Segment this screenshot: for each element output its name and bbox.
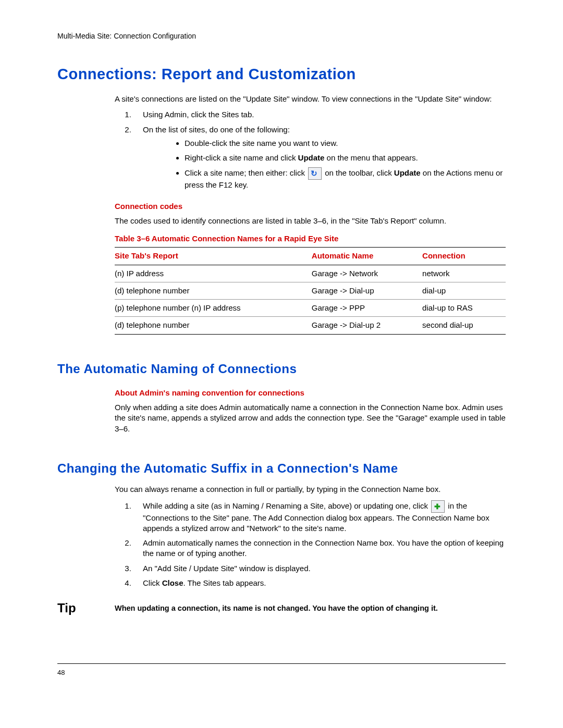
col-site-tab-report: Site Tab's Report: [115, 248, 312, 265]
running-header: Multi-Media Site: Connection Configurati…: [57, 31, 506, 41]
table-row: (d) telephone number Garage -> Dial-up 2…: [115, 317, 506, 334]
refresh-icon: [308, 167, 322, 180]
change-step-2: Admin automatically names the connection…: [133, 538, 506, 559]
codes-paragraph: The codes used to identify connections a…: [115, 216, 506, 226]
intro-paragraph: A site's connections are listed on the "…: [115, 94, 506, 104]
bullet-click-toolbar: Click a site name; then either: click on…: [185, 167, 506, 190]
heading-changing-suffix: Changing the Automatic Suffix in a Conne…: [57, 460, 506, 477]
page-number: 48: [57, 669, 65, 676]
change-step-1: While adding a site (as in Naming / Rena…: [133, 500, 506, 534]
table-row: (p) telephone number (n) IP address Gara…: [115, 300, 506, 317]
change-step-4: Click Close. The Sites tab appears.: [133, 578, 506, 588]
connection-names-table: Table 3–6 Automatic Connection Names for…: [115, 231, 506, 335]
plus-icon: [431, 500, 445, 513]
table-row: (n) IP address Garage -> Network network: [115, 265, 506, 282]
step-2-text: On the list of sites, do one of the foll…: [143, 125, 290, 134]
heading-connections-report: Connections: Report and Customization: [57, 64, 506, 84]
table-caption: Table 3–6 Automatic Connection Names for…: [115, 231, 506, 247]
heading-automatic-naming: The Automatic Naming of Connections: [57, 361, 506, 377]
tip-block: Tip When updating a connection, its name…: [57, 600, 506, 616]
page-footer: 48: [57, 663, 506, 677]
col-automatic-name: Automatic Name: [312, 248, 422, 265]
bullet-double-click: Double-click the site name you want to v…: [185, 138, 506, 149]
tip-text: When updating a connection, its name is …: [115, 600, 438, 614]
subhead-about-naming: About Admin's naming convention for conn…: [115, 388, 506, 398]
about-paragraph: Only when adding a site does Admin autom…: [115, 402, 506, 434]
step-2: On the list of sites, do one of the foll…: [133, 125, 506, 191]
col-connection: Connection: [422, 248, 506, 265]
step-1: Using Admin, click the Sites tab.: [133, 109, 506, 120]
change-paragraph: You can always rename a connection in fu…: [115, 484, 506, 495]
tip-label: Tip: [57, 600, 115, 616]
subhead-connection-codes: Connection codes: [115, 201, 506, 212]
change-step-3: An "Add Site / Update Site" window is di…: [133, 563, 506, 574]
table-row: (d) telephone number Garage -> Dial-up d…: [115, 282, 506, 299]
bullet-right-click: Right-click a site name and click Update…: [185, 153, 506, 163]
